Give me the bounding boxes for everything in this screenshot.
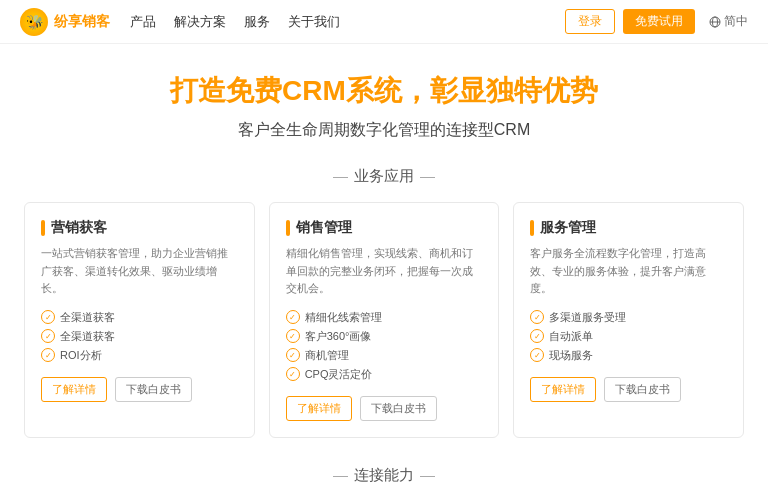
feature-item: 全渠道获客: [41, 308, 238, 327]
feature-item: 全渠道获客: [41, 327, 238, 346]
card-service-title: 服务管理: [530, 219, 727, 237]
feature-check-icon: [530, 310, 544, 324]
hero-subtitle: 客户全生命周期数字化管理的连接型CRM: [20, 120, 748, 141]
feature-item: 现场服务: [530, 346, 727, 365]
feature-item: 精细化线索管理: [286, 308, 483, 327]
feature-check-icon: [286, 329, 300, 343]
card-service-desc: 客户服务全流程数字化管理，打造高效、专业的服务体验，提升客户满意度。: [530, 245, 727, 298]
section2-title: 连接能力: [315, 466, 453, 485]
card-service-actions: 了解详情 下载白皮书: [530, 377, 727, 402]
section1-cards: 营销获客 一站式营销获客管理，助力企业营销推广获客、渠道转化效果、驱动业绩增长。…: [24, 202, 744, 438]
section1-header: 业务应用: [24, 167, 744, 186]
card-service: 服务管理 客户服务全流程数字化管理，打造高效、专业的服务体验，提升客户满意度。 …: [513, 202, 744, 438]
card-title-bar: [286, 220, 290, 236]
feature-item: 自动派单: [530, 327, 727, 346]
feature-check-icon: [286, 348, 300, 362]
detail-button-service[interactable]: 了解详情: [530, 377, 596, 402]
card-sales: 销售管理 精细化销售管理，实现线索、商机和订单回款的完整业务闭环，把握每一次成交…: [269, 202, 500, 438]
trial-button[interactable]: 免费试用: [623, 9, 695, 34]
feature-check-icon: [530, 329, 544, 343]
feature-check-icon: [286, 310, 300, 324]
lang-text: 简中: [724, 13, 748, 30]
feature-item: 商机管理: [286, 346, 483, 365]
hero-title: 打造免费CRM系统，彰显独特优势: [20, 72, 748, 110]
hero-section: 打造免费CRM系统，彰显独特优势 客户全生命周期数字化管理的连接型CRM: [0, 44, 768, 151]
hero-title-part2: 系统，彰显独特优势: [346, 75, 598, 106]
feature-check-icon: [286, 367, 300, 381]
card-marketing-features: 全渠道获客 全渠道获客 ROI分析: [41, 308, 238, 365]
feature-item: CPQ灵活定价: [286, 365, 483, 384]
nav-item-products[interactable]: 产品: [130, 13, 156, 31]
nav-logo[interactable]: 🐝 纷享销客: [20, 8, 110, 36]
card-sales-actions: 了解详情 下载白皮书: [286, 396, 483, 421]
section-connect: 连接能力 连接渠道赋能伙伴 数字化连接业务上下游，实现在线订货、客户报备、销售预…: [0, 450, 768, 500]
language-selector[interactable]: 简中: [709, 13, 748, 30]
section-business: 业务应用 营销获客 一站式营销获客管理，助力企业营销推广获客、渠道转化效果、驱动…: [0, 151, 768, 450]
feature-check-icon: [41, 329, 55, 343]
nav-item-service[interactable]: 服务: [244, 13, 270, 31]
card-marketing: 营销获客 一站式营销获客管理，助力企业营销推广获客、渠道转化效果、驱动业绩增长。…: [24, 202, 255, 438]
card-marketing-actions: 了解详情 下载白皮书: [41, 377, 238, 402]
detail-button-marketing[interactable]: 了解详情: [41, 377, 107, 402]
card-title-bar: [530, 220, 534, 236]
navbar: 🐝 纷享销客 产品 解决方案 服务 关于我们 登录 免费试用 简中: [0, 0, 768, 44]
nav-item-about[interactable]: 关于我们: [288, 13, 340, 31]
logo-icon: 🐝: [20, 8, 48, 36]
card-sales-features: 精细化线索管理 客户360°画像 商机管理 CPQ灵活定价: [286, 308, 483, 384]
feature-check-icon: [41, 310, 55, 324]
feature-item: ROI分析: [41, 346, 238, 365]
feature-check-icon: [41, 348, 55, 362]
card-marketing-title: 营销获客: [41, 219, 238, 237]
card-service-features: 多渠道服务受理 自动派单 现场服务: [530, 308, 727, 365]
hero-title-part1: 打造免费: [170, 75, 282, 106]
nav-buttons: 登录 免费试用 简中: [565, 9, 748, 34]
card-title-bar: [41, 220, 45, 236]
feature-check-icon: [530, 348, 544, 362]
card-marketing-desc: 一站式营销获客管理，助力企业营销推广获客、渠道转化效果、驱动业绩增长。: [41, 245, 238, 298]
whitebook-button-marketing[interactable]: 下载白皮书: [115, 377, 192, 402]
whitebook-button-service[interactable]: 下载白皮书: [604, 377, 681, 402]
globe-icon: [709, 16, 721, 28]
section1-title: 业务应用: [315, 167, 453, 186]
card-sales-desc: 精细化销售管理，实现线索、商机和订单回款的完整业务闭环，把握每一次成交机会。: [286, 245, 483, 298]
whitebook-button-sales[interactable]: 下载白皮书: [360, 396, 437, 421]
hero-title-highlight: CRM: [282, 75, 346, 106]
nav-item-solutions[interactable]: 解决方案: [174, 13, 226, 31]
detail-button-sales[interactable]: 了解详情: [286, 396, 352, 421]
login-button[interactable]: 登录: [565, 9, 615, 34]
card-sales-title: 销售管理: [286, 219, 483, 237]
section2-header: 连接能力: [24, 466, 744, 485]
nav-items: 产品 解决方案 服务 关于我们: [130, 13, 565, 31]
feature-item: 多渠道服务受理: [530, 308, 727, 327]
logo-text: 纷享销客: [54, 13, 110, 31]
feature-item: 客户360°画像: [286, 327, 483, 346]
